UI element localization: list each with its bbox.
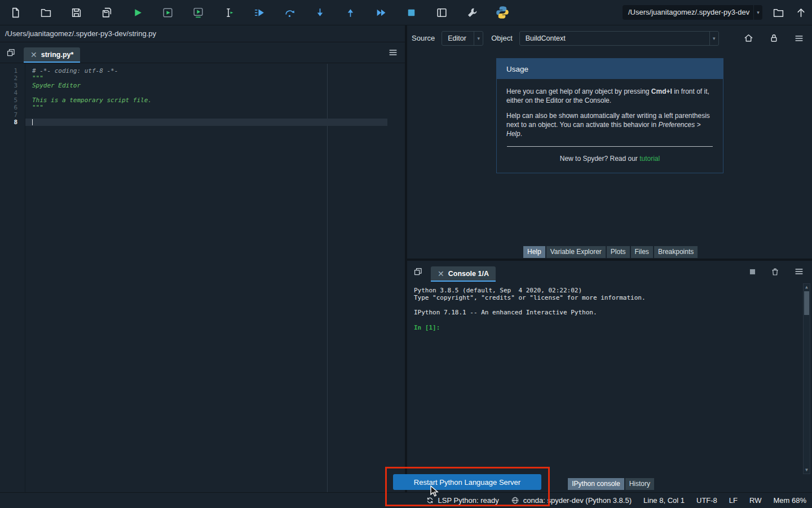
status-bar: LSP Python: ready conda: spyder-dev (Pyt… — [0, 492, 812, 508]
line-number: 6 — [0, 104, 17, 111]
tutorial-link[interactable]: tutorial — [639, 155, 660, 163]
tab-help[interactable]: Help — [523, 246, 545, 258]
scrollbar-thumb[interactable] — [804, 291, 809, 315]
step-out-button[interactable] — [335, 0, 365, 25]
continue-button[interactable] — [365, 0, 396, 25]
hamburger-menu-icon — [388, 47, 398, 58]
console-scrollbar[interactable]: ▲ ▼ — [803, 283, 810, 474]
usage-card: Usage Here you can get help of any objec… — [496, 58, 723, 173]
eol-status: LF — [729, 496, 738, 505]
hamburger-menu-icon — [794, 33, 804, 43]
object-combobox[interactable]: BuildContext ▾ — [519, 31, 719, 46]
permissions-status: RW — [749, 496, 761, 505]
scroll-up-icon[interactable]: ▲ — [804, 284, 810, 291]
python-logo-icon — [496, 6, 509, 19]
run-selection-button[interactable] — [213, 0, 244, 25]
hamburger-menu-icon — [794, 266, 804, 277]
tools-button[interactable] — [457, 0, 487, 25]
chevron-down-icon[interactable]: ▾ — [474, 32, 483, 45]
code-editor[interactable]: 12345678 # -*- coding: utf-8 -*-"""Spyde… — [0, 64, 405, 492]
maximize-pane-button[interactable] — [426, 0, 457, 25]
ipython-console-output[interactable]: Python 3.8.5 (default, Sep 4 2020, 02:22… — [409, 282, 812, 477]
scroll-down-icon[interactable]: ▼ — [804, 467, 810, 474]
console-pane: ✕ Console 1/A Python 3.8.5 (default, Sep… — [407, 261, 812, 491]
working-directory-value[interactable]: /Users/juanitagomez/.spyder-py3-dev — [623, 5, 753, 20]
open-file-button[interactable] — [30, 0, 61, 25]
home-icon — [743, 33, 754, 43]
code-line — [32, 119, 405, 126]
console-options-button[interactable] — [794, 266, 804, 277]
tab-plots[interactable]: Plots — [607, 246, 630, 258]
browse-tabs-button[interactable] — [0, 42, 21, 63]
conda-env-status[interactable]: conda: spyder-dev (Python 3.8.5) — [511, 496, 632, 505]
tab-breakpoints[interactable]: Breakpoints — [654, 246, 698, 258]
tab-history[interactable]: History — [625, 478, 654, 490]
run-file-button[interactable] — [122, 0, 152, 25]
maximize-pane-icon — [436, 7, 448, 19]
run-cell-advance-button[interactable] — [183, 0, 213, 25]
run-icon — [131, 7, 143, 19]
source-combobox[interactable]: Editor ▾ — [442, 31, 483, 46]
save-all-button[interactable] — [91, 0, 122, 25]
stop-icon — [405, 7, 417, 19]
code-line: """ — [32, 75, 405, 82]
remove-variables-button[interactable] — [770, 267, 780, 277]
usage-footer: New to Spyder? Read our tutorial — [506, 154, 713, 163]
run-cell-button[interactable] — [152, 0, 183, 25]
tab-variable-explorer[interactable]: Variable Explorer — [546, 246, 606, 258]
lock-button[interactable] — [769, 33, 779, 43]
interrupt-kernel-button[interactable] — [749, 268, 756, 275]
console-tab[interactable]: ✕ Console 1/A — [431, 266, 496, 282]
help-options-button[interactable] — [794, 33, 804, 43]
tab-files[interactable]: Files — [631, 246, 653, 258]
editor-breadcrumb: /Users/juanitagomez/.spyder-py3-dev/stri… — [0, 25, 405, 42]
close-tab-icon[interactable]: ✕ — [30, 51, 37, 59]
lsp-sync-icon — [426, 496, 434, 505]
debug-file-button[interactable] — [244, 0, 274, 25]
cursor-position-status: Line 8, Col 1 — [643, 496, 685, 505]
wrench-icon — [466, 7, 478, 19]
home-button[interactable] — [743, 33, 754, 43]
source-value: Editor — [442, 34, 474, 42]
editor-tab-string-py[interactable]: ✕ string.py* — [24, 47, 80, 63]
code-line — [32, 111, 405, 119]
new-file-button[interactable] — [0, 0, 30, 25]
line-number: 7 — [0, 111, 17, 119]
working-directory-combo[interactable]: /Users/juanitagomez/.spyder-py3-dev ▾ — [623, 5, 762, 20]
step-into-button[interactable] — [304, 0, 335, 25]
chevron-down-icon[interactable]: ▾ — [709, 32, 718, 45]
editor-options-button[interactable] — [388, 47, 398, 58]
help-header: Source Editor ▾ Object BuildContext ▾ — [407, 25, 812, 51]
code-area[interactable]: # -*- coding: utf-8 -*-"""Spyder EditorT… — [25, 64, 405, 492]
line-number-gutter: 12345678 — [0, 64, 25, 492]
chevron-down-icon[interactable]: ▾ — [753, 5, 762, 20]
line-number: 3 — [0, 82, 17, 89]
code-line: # -*- coding: utf-8 -*- — [32, 67, 405, 75]
object-label: Object — [491, 34, 513, 42]
console-line — [414, 301, 802, 309]
console-bottom-tabs: IPython consoleHistory — [568, 478, 654, 490]
usage-title: Usage — [497, 59, 723, 79]
source-label: Source — [412, 34, 435, 42]
step-over-button[interactable] — [274, 0, 304, 25]
help-content: Usage Here you can get help of any objec… — [407, 51, 812, 244]
run-selection-icon — [223, 7, 235, 19]
restart-language-server-button[interactable]: Restart Python Language Server — [393, 474, 541, 490]
save-all-icon — [101, 7, 113, 19]
folder-icon — [773, 7, 784, 19]
parent-directory-button[interactable] — [789, 0, 812, 25]
browse-directory-button[interactable] — [767, 0, 789, 25]
step-over-icon — [284, 7, 295, 19]
tab-ipython-console[interactable]: IPython console — [568, 478, 624, 490]
usage-paragraph-1: Here you can get help of any object by p… — [506, 87, 713, 105]
main-toolbar: /Users/juanitagomez/.spyder-py3-dev ▾ — [0, 0, 812, 25]
run-cell-icon — [162, 7, 174, 19]
console-line — [414, 317, 802, 324]
line-number: 2 — [0, 75, 17, 82]
browse-tabs-button[interactable] — [407, 261, 429, 282]
save-button[interactable] — [61, 0, 91, 25]
object-value: BuildContext — [520, 34, 709, 42]
close-tab-icon[interactable]: ✕ — [438, 270, 444, 278]
python-logo-button[interactable] — [487, 0, 518, 25]
stop-button[interactable] — [396, 0, 426, 25]
